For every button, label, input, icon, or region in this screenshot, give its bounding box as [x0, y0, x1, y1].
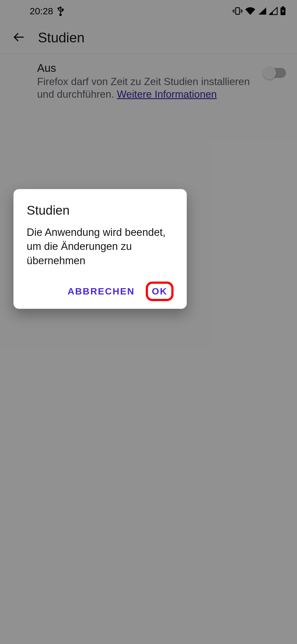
dialog-actions: ABBRECHEN OK [27, 282, 174, 301]
dialog-title: Studien [27, 203, 174, 218]
cancel-button[interactable]: ABBRECHEN [62, 282, 140, 301]
confirm-dialog: Studien Die Anwendung wird beendet, um d… [13, 189, 187, 309]
dialog-message: Die Anwendung wird beendet, um die Änder… [27, 225, 174, 268]
dialog-scrim[interactable]: Studien Die Anwendung wird beendet, um d… [0, 0, 297, 644]
ok-button[interactable]: OK [151, 285, 169, 297]
ok-highlight-ring: OK [146, 282, 174, 301]
